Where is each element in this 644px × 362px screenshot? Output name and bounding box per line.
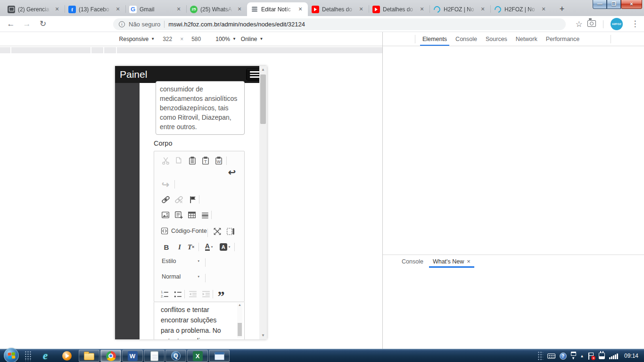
close-icon[interactable]: × xyxy=(236,6,243,13)
reload-button[interactable]: ↻ xyxy=(37,18,49,30)
resumo-textarea[interactable]: consumidor de medicamentos ansiolíticos … xyxy=(156,81,245,135)
close-icon[interactable]: × xyxy=(467,258,471,265)
bold-button[interactable]: B xyxy=(161,241,172,253)
tab-facebook[interactable]: (13) Facebo × xyxy=(65,2,125,16)
device-height-input[interactable]: 580 xyxy=(188,36,204,42)
unlink-icon[interactable] xyxy=(173,194,184,205)
taskbar-window-app[interactable] xyxy=(209,350,230,362)
taskbar-word[interactable]: W xyxy=(122,350,143,362)
close-icon[interactable]: × xyxy=(540,6,547,13)
bookmark-star-icon[interactable]: ☆ xyxy=(573,18,585,31)
paste-word-icon[interactable]: W xyxy=(213,155,224,166)
indent-icon[interactable] xyxy=(200,288,212,300)
anchor-flag-icon[interactable] xyxy=(187,194,198,205)
action-center-flag-icon[interactable]: × xyxy=(588,353,594,360)
help-icon[interactable]: ? xyxy=(560,353,567,360)
template-icon[interactable] xyxy=(173,209,184,221)
camera-icon[interactable] xyxy=(587,20,596,27)
maximize-icon[interactable] xyxy=(212,226,223,237)
tab-performance[interactable]: Performance xyxy=(542,32,584,46)
back-button[interactable]: ← xyxy=(5,18,17,30)
tab-gerencia[interactable]: (2) Gerencia × xyxy=(4,2,65,16)
network-throttle-select[interactable]: Online ▼ xyxy=(241,36,264,42)
tab-youtube-1[interactable]: Detalhes do × xyxy=(308,2,369,16)
tab-network[interactable]: Network xyxy=(512,32,542,46)
media-query-bar[interactable] xyxy=(0,47,382,53)
menu-more-icon[interactable]: ⋮ xyxy=(629,18,641,30)
close-icon[interactable]: × xyxy=(479,6,487,13)
show-blocks-icon[interactable] xyxy=(225,226,236,237)
device-type-select[interactable]: Responsive ▼ xyxy=(119,36,155,42)
tab-whatsapp[interactable]: 25 (25) WhatsA × xyxy=(186,2,247,16)
tab-elements[interactable]: Elements xyxy=(418,32,451,46)
url-text[interactable]: mswi.h2foz.com.br/admin/nodes/nodes/edit… xyxy=(168,21,305,28)
scrollbar-thumb[interactable] xyxy=(260,74,266,124)
close-icon[interactable]: × xyxy=(418,6,426,13)
blockquote-icon[interactable]: ” xyxy=(215,288,227,299)
paste-icon[interactable] xyxy=(187,155,198,166)
numbered-list-icon[interactable]: 1.2. xyxy=(159,288,170,300)
show-hidden-icons-button[interactable]: ▲ xyxy=(580,354,584,358)
tab-gmail[interactable]: Gmail × xyxy=(125,2,186,16)
copy-icon[interactable] xyxy=(173,155,184,166)
new-tab-button[interactable]: + xyxy=(556,4,568,15)
tab-h2foz-1[interactable]: H2FOZ | No × xyxy=(429,2,490,16)
clock[interactable]: 09:14 xyxy=(624,353,638,359)
taskbar-notepad[interactable] xyxy=(144,350,165,362)
minimize-button[interactable]: — xyxy=(593,0,607,9)
remove-format-button[interactable]: T× xyxy=(185,241,197,253)
table-icon[interactable] xyxy=(186,209,198,221)
tab-youtube-2[interactable]: Detalhes do × xyxy=(369,2,429,16)
close-icon[interactable]: × xyxy=(114,6,122,13)
editor-scrollbar[interactable]: ▲ xyxy=(237,303,242,338)
style-combo[interactable]: Estilo ▾ xyxy=(162,258,199,264)
text-color-button[interactable]: A ▾ xyxy=(201,241,216,253)
scroll-down-icon[interactable]: ▼ xyxy=(259,332,267,339)
close-icon[interactable]: × xyxy=(53,6,61,13)
zoom-select[interactable]: 100% ▼ xyxy=(215,36,236,42)
address-bar[interactable]: i Não seguro mswi.h2foz.com.br/admin/nod… xyxy=(113,18,566,30)
taskbar-explorer[interactable] xyxy=(79,350,99,362)
taskbar-excel[interactable]: X xyxy=(187,350,208,362)
taskbar-internet-explorer[interactable]: e xyxy=(36,350,55,362)
close-icon[interactable]: × xyxy=(297,6,304,13)
scrollbar-thumb[interactable] xyxy=(238,323,242,336)
taskbar-media-player[interactable] xyxy=(58,350,76,362)
redo-icon[interactable]: ↪ xyxy=(160,179,171,190)
close-icon[interactable]: × xyxy=(175,6,182,13)
taskbar-chrome[interactable] xyxy=(100,350,121,362)
format-combo[interactable]: Normal ▾ xyxy=(162,273,199,280)
device-width-input[interactable]: 322 xyxy=(159,36,175,42)
restore-button[interactable]: ❐ xyxy=(607,0,621,9)
start-button[interactable] xyxy=(4,348,19,362)
bg-color-button[interactable]: A ▾ xyxy=(217,241,232,253)
language-bar-icon[interactable]: ▲ xyxy=(571,352,576,361)
taskbar-media-app[interactable]: Q xyxy=(165,350,186,362)
page-scrollbar[interactable]: ▲ ▼ xyxy=(259,66,267,339)
info-icon[interactable]: i xyxy=(119,21,125,27)
network-signal-icon[interactable] xyxy=(609,353,618,359)
profile-avatar[interactable]: H2FOZ xyxy=(611,18,623,30)
undo-icon[interactable]: ↩ xyxy=(226,166,238,178)
forward-button[interactable]: → xyxy=(21,18,33,30)
tab-console[interactable]: Console xyxy=(451,32,481,46)
scroll-up-icon[interactable]: ▲ xyxy=(237,303,242,306)
tab-editar-noticia[interactable]: Editar Notíc × xyxy=(247,2,308,16)
outdent-icon[interactable] xyxy=(187,288,198,300)
image-icon[interactable] xyxy=(160,209,171,221)
tab-sources[interactable]: Sources xyxy=(481,32,512,46)
cut-icon[interactable] xyxy=(160,155,171,166)
scroll-up-icon[interactable]: ▲ xyxy=(259,66,267,74)
italic-button[interactable]: I xyxy=(174,241,185,253)
tab-h2foz-2[interactable]: H2FOZ | No × xyxy=(490,2,551,16)
link-icon[interactable] xyxy=(160,194,171,205)
paste-text-icon[interactable]: T xyxy=(200,155,211,166)
keyboard-icon[interactable] xyxy=(547,354,555,359)
drawer-tab-console[interactable]: Console xyxy=(397,255,428,268)
power-plug-icon[interactable] xyxy=(599,353,605,359)
drawer-tab-whats-new[interactable]: What's New × xyxy=(428,255,475,268)
source-button[interactable]: Código-Fonte xyxy=(161,227,207,235)
horizontal-rule-icon[interactable] xyxy=(199,209,211,221)
bullet-list-icon[interactable] xyxy=(172,288,183,300)
close-window-button[interactable]: × xyxy=(621,0,642,9)
